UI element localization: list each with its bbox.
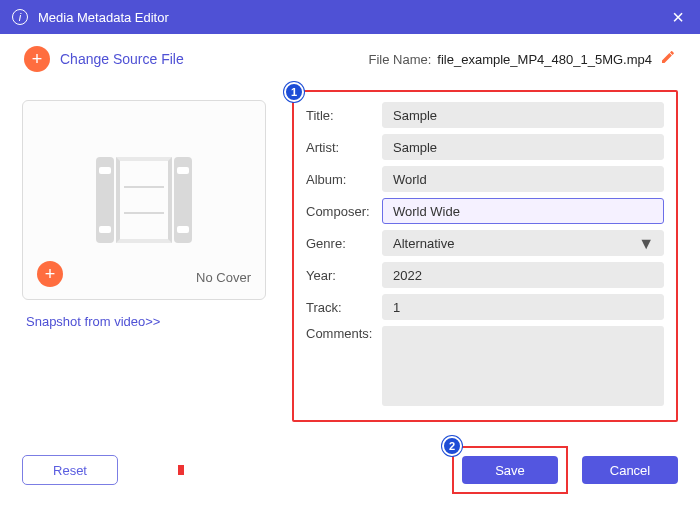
save-button[interactable]: Save <box>462 456 558 484</box>
composer-input[interactable] <box>382 198 664 224</box>
genre-select[interactable]: ▼ <box>382 230 664 256</box>
genre-label: Genre: <box>306 236 382 251</box>
change-source-file-link[interactable]: Change Source File <box>60 51 184 67</box>
metadata-form: 1 Title: Artist: Album: Composer: Genre: <box>292 90 678 422</box>
info-icon: i <box>12 9 28 25</box>
year-input[interactable] <box>382 262 664 288</box>
footer: Reset 2 Save Cancel <box>22 446 678 494</box>
comments-input[interactable] <box>382 326 664 406</box>
title-input[interactable] <box>382 102 664 128</box>
save-callout-box: 2 Save <box>452 446 568 494</box>
cancel-button[interactable]: Cancel <box>582 456 678 484</box>
callout-badge-2: 2 <box>442 436 462 456</box>
snapshot-from-video-link[interactable]: Snapshot from video>> <box>26 314 272 329</box>
album-input[interactable] <box>382 166 664 192</box>
album-label: Album: <box>306 172 382 187</box>
artist-label: Artist: <box>306 140 382 155</box>
title-bar: i Media Metadata Editor × <box>0 0 700 34</box>
no-cover-label: No Cover <box>196 270 251 285</box>
reset-button[interactable]: Reset <box>22 455 118 485</box>
annotation-mark <box>178 465 184 475</box>
callout-badge-1: 1 <box>284 82 304 102</box>
change-source-plus-icon[interactable]: + <box>24 46 50 72</box>
file-name-value: file_example_MP4_480_1_5MG.mp4 <box>437 52 652 67</box>
composer-label: Composer: <box>306 204 382 219</box>
genre-value[interactable] <box>382 230 664 256</box>
film-placeholder-icon <box>96 157 192 243</box>
top-row: + Change Source File File Name: file_exa… <box>0 34 700 82</box>
edit-filename-icon[interactable] <box>660 49 676 69</box>
track-input[interactable] <box>382 294 664 320</box>
title-label: Title: <box>306 108 382 123</box>
file-name-label: File Name: <box>369 52 432 67</box>
comments-label: Comments: <box>306 326 382 341</box>
add-cover-button[interactable]: + <box>37 261 63 287</box>
artist-input[interactable] <box>382 134 664 160</box>
year-label: Year: <box>306 268 382 283</box>
close-icon[interactable]: × <box>668 6 688 29</box>
window-title: Media Metadata Editor <box>38 10 169 25</box>
track-label: Track: <box>306 300 382 315</box>
cover-preview: + No Cover <box>22 100 266 300</box>
